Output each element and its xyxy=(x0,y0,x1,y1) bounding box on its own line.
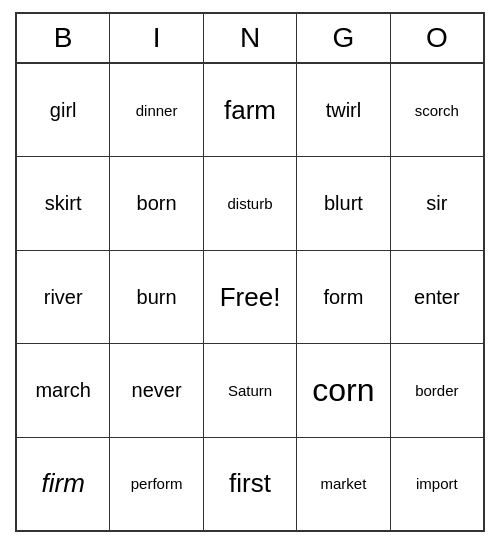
header-letter-n: N xyxy=(204,14,297,62)
grid-cell-1-3: blurt xyxy=(297,157,390,249)
grid-cell-3-3: corn xyxy=(297,344,390,436)
header-letter-b: B xyxy=(17,14,110,62)
bingo-header: BINGO xyxy=(17,14,483,64)
header-letter-o: O xyxy=(391,14,483,62)
grid-row-4: firmperformfirstmarketimport xyxy=(17,438,483,530)
grid-cell-2-0: river xyxy=(17,251,110,343)
grid-row-0: girldinnerfarmtwirlscorch xyxy=(17,64,483,157)
bingo-grid: girldinnerfarmtwirlscorchskirtborndistur… xyxy=(17,64,483,530)
grid-cell-4-4: import xyxy=(391,438,483,530)
grid-cell-0-2: farm xyxy=(204,64,297,156)
grid-row-3: marchneverSaturncornborder xyxy=(17,344,483,437)
grid-cell-4-3: market xyxy=(297,438,390,530)
grid-cell-2-4: enter xyxy=(391,251,483,343)
grid-cell-0-1: dinner xyxy=(110,64,203,156)
grid-row-2: riverburnFree!formenter xyxy=(17,251,483,344)
grid-cell-2-1: burn xyxy=(110,251,203,343)
grid-cell-0-0: girl xyxy=(17,64,110,156)
grid-cell-2-3: form xyxy=(297,251,390,343)
grid-cell-4-2: first xyxy=(204,438,297,530)
grid-cell-4-1: perform xyxy=(110,438,203,530)
grid-row-1: skirtborndisturbblurtsir xyxy=(17,157,483,250)
bingo-card: BINGO girldinnerfarmtwirlscorchskirtborn… xyxy=(15,12,485,532)
grid-cell-3-0: march xyxy=(17,344,110,436)
header-letter-g: G xyxy=(297,14,390,62)
grid-cell-3-2: Saturn xyxy=(204,344,297,436)
grid-cell-1-1: born xyxy=(110,157,203,249)
grid-cell-0-3: twirl xyxy=(297,64,390,156)
grid-cell-1-4: sir xyxy=(391,157,483,249)
grid-cell-3-4: border xyxy=(391,344,483,436)
grid-cell-4-0: firm xyxy=(17,438,110,530)
grid-cell-1-0: skirt xyxy=(17,157,110,249)
grid-cell-1-2: disturb xyxy=(204,157,297,249)
grid-cell-3-1: never xyxy=(110,344,203,436)
grid-cell-2-2: Free! xyxy=(204,251,297,343)
grid-cell-0-4: scorch xyxy=(391,64,483,156)
header-letter-i: I xyxy=(110,14,203,62)
